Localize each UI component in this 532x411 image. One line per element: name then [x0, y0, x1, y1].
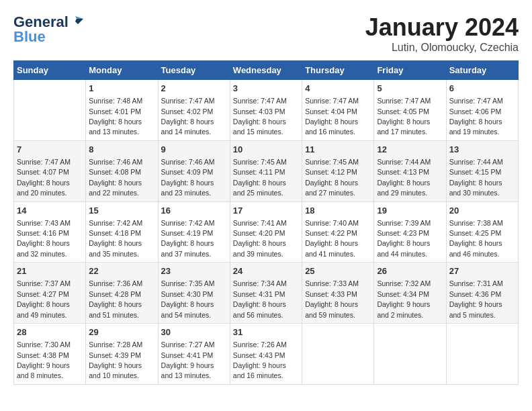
calendar-cell [14, 80, 86, 141]
calendar-cell [446, 324, 518, 385]
calendar-cell: 8Sunrise: 7:46 AMSunset: 4:08 PMDaylight… [86, 140, 158, 201]
day-number: 26 [377, 265, 443, 277]
sunset-text: Sunset: 4:04 PM [305, 107, 357, 116]
sunrise-text: Sunrise: 7:33 AM [305, 279, 359, 287]
day-number: 1 [89, 83, 154, 95]
day-number: 15 [89, 205, 154, 217]
sunset-text: Sunset: 4:39 PM [89, 351, 141, 359]
sunset-text: Sunset: 4:38 PM [17, 351, 69, 359]
sunset-text: Sunset: 4:06 PM [449, 107, 502, 116]
day-number: 16 [161, 205, 227, 217]
daylight-text: Daylight: 8 hours and 20 minutes. [17, 179, 70, 197]
logo-bird-icon [70, 15, 85, 30]
day-number: 6 [449, 83, 515, 95]
subtitle: Lutin, Olomoucky, Czechia [365, 42, 519, 54]
calendar-cell: 23Sunrise: 7:35 AMSunset: 4:30 PMDayligh… [158, 263, 230, 324]
calendar-cell: 24Sunrise: 7:34 AMSunset: 4:31 PMDayligh… [230, 263, 302, 324]
sunset-text: Sunset: 4:05 PM [377, 107, 429, 116]
daylight-text: Daylight: 8 hours and 23 minutes. [161, 179, 214, 197]
sunrise-text: Sunrise: 7:35 AM [161, 279, 215, 287]
daylight-text: Daylight: 8 hours and 16 minutes. [305, 118, 358, 136]
day-number: 11 [305, 144, 371, 156]
sunset-text: Sunset: 4:01 PM [89, 107, 141, 116]
sunrise-text: Sunrise: 7:45 AM [305, 158, 359, 166]
sunrise-text: Sunrise: 7:39 AM [377, 219, 431, 227]
logo: General Blue [13, 13, 85, 46]
sunrise-text: Sunrise: 7:46 AM [89, 158, 142, 166]
daylight-text: Daylight: 8 hours and 30 minutes. [449, 179, 502, 197]
day-number: 29 [89, 326, 154, 338]
calendar-cell: 7Sunrise: 7:47 AMSunset: 4:07 PMDaylight… [14, 140, 86, 201]
daylight-text: Daylight: 9 hours and 8 minutes. [17, 361, 70, 379]
sunrise-text: Sunrise: 7:34 AM [233, 279, 287, 287]
sunset-text: Sunset: 4:03 PM [233, 107, 285, 116]
calendar-cell: 13Sunrise: 7:44 AMSunset: 4:15 PMDayligh… [446, 140, 518, 201]
sunrise-text: Sunrise: 7:26 AM [233, 340, 287, 349]
main-title: January 2024 [365, 13, 519, 42]
day-number: 5 [377, 83, 443, 95]
sunset-text: Sunset: 4:07 PM [17, 168, 69, 176]
week-row-1: 1Sunrise: 7:48 AMSunset: 4:01 PMDaylight… [14, 80, 519, 141]
day-number: 10 [233, 144, 299, 156]
sunset-text: Sunset: 4:18 PM [89, 229, 141, 237]
sunrise-text: Sunrise: 7:47 AM [233, 97, 287, 105]
day-number: 20 [449, 205, 515, 217]
calendar-cell: 4Sunrise: 7:47 AMSunset: 4:04 PMDaylight… [302, 80, 374, 141]
sunset-text: Sunset: 4:20 PM [233, 229, 285, 237]
day-number: 24 [233, 265, 299, 277]
daylight-text: Daylight: 8 hours and 14 minutes. [161, 118, 214, 136]
week-row-5: 28Sunrise: 7:30 AMSunset: 4:38 PMDayligh… [14, 324, 519, 385]
sunset-text: Sunset: 4:02 PM [161, 107, 214, 116]
calendar-cell: 3Sunrise: 7:47 AMSunset: 4:03 PMDaylight… [230, 80, 302, 141]
sunset-text: Sunset: 4:34 PM [377, 290, 429, 298]
sunset-text: Sunset: 4:25 PM [449, 229, 502, 237]
daylight-text: Daylight: 8 hours and 29 minutes. [377, 179, 430, 197]
sunset-text: Sunset: 4:22 PM [305, 229, 357, 237]
calendar-cell: 25Sunrise: 7:33 AMSunset: 4:33 PMDayligh… [302, 263, 374, 324]
calendar-cell: 10Sunrise: 7:45 AMSunset: 4:11 PMDayligh… [230, 140, 302, 201]
page-header: General Blue January 2024 Lutin, Olomouc… [13, 13, 519, 54]
daylight-text: Daylight: 8 hours and 51 minutes. [89, 300, 142, 318]
calendar-cell: 28Sunrise: 7:30 AMSunset: 4:38 PMDayligh… [14, 324, 86, 385]
sunset-text: Sunset: 4:09 PM [161, 168, 214, 176]
sunrise-text: Sunrise: 7:30 AM [17, 340, 71, 349]
daylight-text: Daylight: 9 hours and 2 minutes. [377, 300, 430, 318]
day-number: 7 [17, 144, 83, 156]
sunrise-text: Sunrise: 7:28 AM [89, 340, 142, 349]
sunrise-text: Sunrise: 7:36 AM [89, 279, 142, 287]
daylight-text: Daylight: 8 hours and 35 minutes. [89, 239, 142, 257]
calendar-cell: 6Sunrise: 7:47 AMSunset: 4:06 PMDaylight… [446, 80, 518, 141]
sunrise-text: Sunrise: 7:44 AM [377, 158, 431, 166]
sunrise-text: Sunrise: 7:27 AM [161, 340, 215, 349]
header-tuesday: Tuesday [158, 61, 230, 80]
sunset-text: Sunset: 4:19 PM [161, 229, 214, 237]
day-number: 2 [161, 83, 227, 95]
day-number: 30 [161, 326, 227, 338]
calendar-cell: 5Sunrise: 7:47 AMSunset: 4:05 PMDaylight… [374, 80, 446, 141]
day-number: 19 [377, 205, 443, 217]
day-number: 9 [161, 144, 227, 156]
calendar-cell: 29Sunrise: 7:28 AMSunset: 4:39 PMDayligh… [86, 324, 158, 385]
calendar-cell: 27Sunrise: 7:31 AMSunset: 4:36 PMDayligh… [446, 263, 518, 324]
daylight-text: Daylight: 8 hours and 44 minutes. [377, 239, 430, 257]
calendar-cell: 14Sunrise: 7:43 AMSunset: 4:16 PMDayligh… [14, 201, 86, 263]
day-number: 21 [17, 265, 83, 277]
calendar-cell: 31Sunrise: 7:26 AMSunset: 4:43 PMDayligh… [230, 324, 302, 385]
sunrise-text: Sunrise: 7:44 AM [449, 158, 503, 166]
daylight-text: Daylight: 8 hours and 49 minutes. [17, 300, 70, 318]
calendar-cell: 2Sunrise: 7:47 AMSunset: 4:02 PMDaylight… [158, 80, 230, 141]
calendar-cell: 17Sunrise: 7:41 AMSunset: 4:20 PMDayligh… [230, 201, 302, 263]
calendar-cell: 26Sunrise: 7:32 AMSunset: 4:34 PMDayligh… [374, 263, 446, 324]
daylight-text: Daylight: 8 hours and 59 minutes. [305, 300, 358, 318]
daylight-text: Daylight: 9 hours and 13 minutes. [161, 361, 214, 379]
daylight-text: Daylight: 8 hours and 32 minutes. [17, 239, 70, 257]
svg-marker-1 [75, 19, 83, 24]
sunrise-text: Sunrise: 7:47 AM [305, 97, 359, 105]
daylight-text: Daylight: 8 hours and 39 minutes. [233, 239, 286, 257]
sunrise-text: Sunrise: 7:46 AM [161, 158, 215, 166]
sunset-text: Sunset: 4:41 PM [161, 351, 214, 359]
daylight-text: Daylight: 9 hours and 5 minutes. [449, 300, 502, 318]
sunrise-text: Sunrise: 7:47 AM [17, 158, 71, 166]
day-number: 17 [233, 205, 299, 217]
calendar-cell: 12Sunrise: 7:44 AMSunset: 4:13 PMDayligh… [374, 140, 446, 201]
